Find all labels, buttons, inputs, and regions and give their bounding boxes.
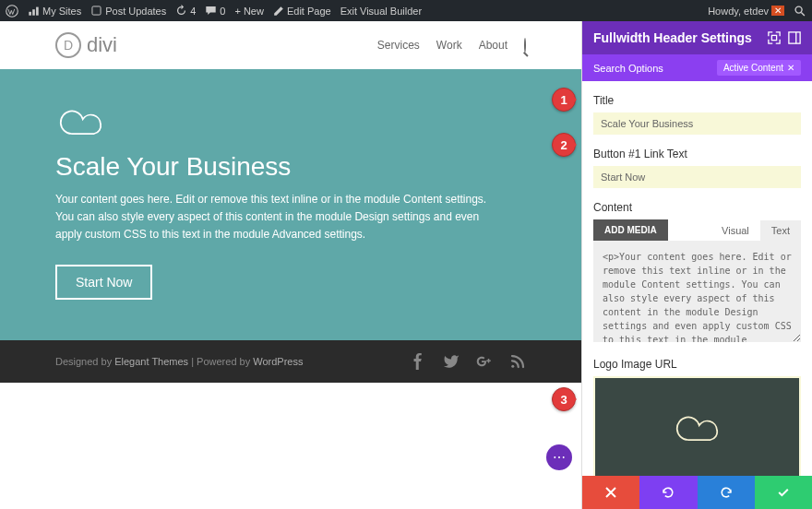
logo-icon: D xyxy=(55,32,81,58)
footer-credits: Designed by Elegant Themes | Powered by … xyxy=(55,356,303,367)
main-nav: Services Work About xyxy=(377,39,526,52)
svg-point-0 xyxy=(6,5,18,17)
cloud-icon xyxy=(55,102,107,139)
cloud-icon xyxy=(672,408,723,445)
title-field[interactable] xyxy=(593,112,801,135)
tab-text[interactable]: Text xyxy=(760,220,801,241)
snap-icon[interactable] xyxy=(768,31,781,44)
search-options[interactable]: Search Options xyxy=(593,63,663,74)
facebook-icon[interactable] xyxy=(410,353,426,370)
svg-rect-1 xyxy=(29,12,31,16)
comments-count: 0 xyxy=(220,6,225,17)
callout-2: 2 xyxy=(552,133,576,157)
logo-preview[interactable] xyxy=(593,376,801,476)
svg-rect-4 xyxy=(92,6,101,15)
add-media-button[interactable]: ADD MEDIA xyxy=(593,219,668,241)
svg-point-6 xyxy=(511,364,514,367)
site-logo[interactable]: D divi xyxy=(55,32,117,58)
new-label: New xyxy=(244,6,264,17)
mysites-link[interactable]: My Sites xyxy=(28,5,81,17)
exitvb-link[interactable]: Exit Visual Builder xyxy=(340,6,422,17)
footer-wp-link[interactable]: WordPress xyxy=(253,356,303,367)
updates-count: 4 xyxy=(190,6,196,17)
wp-admin-bar: My Sites Post Updates 4 0 +New Edit Page… xyxy=(0,0,812,21)
callout-1: 1 xyxy=(552,88,576,112)
social-links xyxy=(410,353,526,370)
svg-point-5 xyxy=(795,6,802,13)
nav-work[interactable]: Work xyxy=(436,39,462,52)
admin-search-icon[interactable] xyxy=(794,5,806,18)
postupdates-label: Post Updates xyxy=(105,6,166,17)
title-field-label: Title xyxy=(593,94,801,107)
btn1-field-label: Button #1 Link Text xyxy=(593,148,801,160)
howdy-label: Howdy, etdev xyxy=(708,6,769,17)
site-header: D divi Services Work About xyxy=(0,21,581,69)
undo-button[interactable] xyxy=(639,476,697,509)
search-icon[interactable] xyxy=(524,39,526,52)
editpage-link[interactable]: Edit Page xyxy=(273,6,331,17)
hero-title[interactable]: Scale Your Business xyxy=(55,152,526,182)
hero-text[interactable]: Your content goes here. Edit or remove t… xyxy=(55,191,498,244)
close-icon[interactable]: ✕ xyxy=(787,63,794,73)
content-textarea[interactable]: <p>Your content goes here. Edit or remov… xyxy=(593,241,801,342)
preview-area: D divi Services Work About Scale Your Bu… xyxy=(0,21,581,509)
twitter-icon[interactable] xyxy=(443,353,460,370)
new-link[interactable]: +New xyxy=(234,6,263,17)
comments-link[interactable]: 0 xyxy=(205,5,225,17)
settings-sidebar: Fullwidth Header Settings Search Options… xyxy=(581,21,812,509)
btn1-field[interactable] xyxy=(593,166,801,188)
svg-rect-2 xyxy=(32,9,35,16)
rss-icon[interactable] xyxy=(509,353,526,370)
footer-et-link[interactable]: Elegant Themes xyxy=(114,356,188,367)
expand-icon[interactable] xyxy=(788,31,801,44)
wp-logo[interactable] xyxy=(6,5,18,18)
postupdates-link[interactable]: Post Updates xyxy=(90,5,166,17)
save-button[interactable] xyxy=(755,476,812,509)
close-button[interactable] xyxy=(582,476,639,509)
panel-body: Title Button #1 Link Text Content ADD ME… xyxy=(582,81,812,476)
nav-about[interactable]: About xyxy=(479,39,508,52)
panel-header: Fullwidth Header Settings xyxy=(582,21,812,54)
svg-rect-8 xyxy=(789,32,800,43)
content-field-label: Content xyxy=(593,201,801,214)
plus-icon: + xyxy=(234,6,240,17)
tab-visual[interactable]: Visual xyxy=(710,220,760,241)
svg-rect-3 xyxy=(36,7,39,16)
updates-link[interactable]: 4 xyxy=(175,5,196,17)
builder-fab[interactable]: ⋯ xyxy=(546,444,572,470)
nav-services[interactable]: Services xyxy=(377,39,420,52)
svg-rect-7 xyxy=(771,35,776,40)
editpage-label: Edit Page xyxy=(287,6,331,17)
logo-field-label: Logo Image URL xyxy=(593,358,801,371)
exitvb-label: Exit Visual Builder xyxy=(340,6,422,17)
hero-module[interactable]: Scale Your Business Your content goes he… xyxy=(0,69,581,340)
panel-actions xyxy=(582,476,812,509)
panel-subheader: Search Options Active Content✕ xyxy=(582,54,812,81)
mysites-label: My Sites xyxy=(42,6,81,17)
logo-text: divi xyxy=(87,33,117,57)
hero-button[interactable]: Start Now xyxy=(55,265,152,300)
site-footer: Designed by Elegant Themes | Powered by … xyxy=(0,340,581,383)
active-content-tag[interactable]: Active Content✕ xyxy=(717,60,801,76)
user-badge: ✕ xyxy=(771,6,784,16)
howdy-link[interactable]: Howdy, etdev✕ xyxy=(708,6,784,17)
panel-title: Fullwidth Header Settings xyxy=(593,30,752,45)
callout-3: 3 xyxy=(552,387,576,411)
redo-button[interactable] xyxy=(698,476,755,509)
googleplus-icon[interactable] xyxy=(476,353,493,370)
